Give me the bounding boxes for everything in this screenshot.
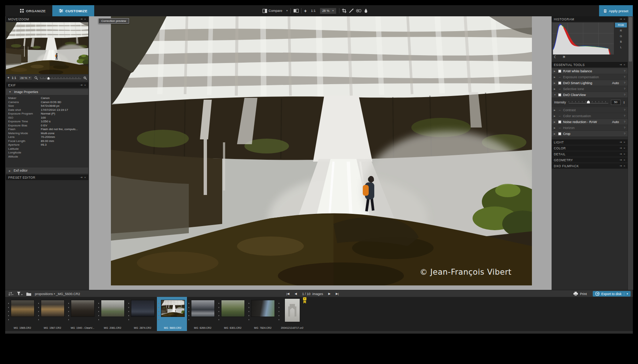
panel-close-icon[interactable]: ×	[624, 18, 625, 21]
expand-icon[interactable]: ▶	[554, 126, 556, 129]
histogram-panel-header[interactable]: HISTOGRAM ⇥×	[552, 16, 628, 22]
tool-row[interactable]: ▶‒Exposure compensation?	[552, 74, 628, 80]
histogram-plot[interactable]	[552, 23, 614, 54]
intensity-slider[interactable]	[569, 101, 608, 103]
expand-icon[interactable]: ▶	[554, 109, 556, 111]
help-icon[interactable]: ?	[624, 126, 625, 129]
filmstrip-thumbnail[interactable]: _MG_1567.CR2	[37, 297, 67, 331]
help-icon[interactable]: ?	[624, 108, 625, 112]
navigator-preview[interactable]	[6, 22, 88, 74]
filmstrip-thumbnail[interactable]: _MG_1940 - ClearV...	[67, 297, 97, 331]
panel-detach-icon[interactable]: ⇥	[80, 176, 83, 179]
filmstrip-thumbnail[interactable]: _MG_2081.CR2	[97, 297, 127, 331]
main-photo[interactable]: © Jean-François Vibert	[111, 16, 532, 285]
help-icon[interactable]: ?	[624, 120, 625, 123]
compare-dropdown-icon[interactable]: ▾	[286, 9, 288, 12]
filmstrip-thumbnail[interactable]: _MG_2874.CR2	[127, 297, 157, 331]
pan-tool-icon[interactable]: +	[7, 76, 9, 80]
movezoom-panel-header[interactable]: MOVE/ZOOM ⇥×	[6, 16, 88, 22]
panel-close-icon[interactable]: ×	[624, 165, 625, 168]
tool-row[interactable]: ▶‒Contrast?	[552, 107, 628, 113]
dust-tool-icon[interactable]	[364, 9, 368, 13]
highlight-clipping-icon[interactable]: ☀	[562, 55, 566, 59]
panel-close-icon[interactable]: ×	[624, 159, 625, 162]
essential-tools-panel-header[interactable]: ESSENTIAL TOOLS ⇥×	[552, 62, 628, 67]
spinner-down-icon[interactable]: ▼	[623, 102, 625, 104]
panel-close-icon[interactable]: ×	[624, 147, 625, 150]
exif-panel-header[interactable]: EXIF ⇥×	[6, 82, 88, 88]
tool-row[interactable]: ▶‒Horizon?	[552, 125, 628, 130]
navigator-zoom-select[interactable]: 28 % ▾	[19, 76, 32, 80]
slider-thumb-icon[interactable]	[47, 77, 50, 80]
panel-close-icon[interactable]: ×	[84, 176, 86, 179]
export-dropdown-icon[interactable]: ▾	[624, 292, 628, 295]
palette-header-detail[interactable]: DETAIL⇥×	[552, 151, 628, 157]
actual-size-button[interactable]: 1:1	[11, 76, 16, 80]
tool-row[interactable]: ▼DxO ClearView?	[552, 92, 628, 97]
panel-close-icon[interactable]: ×	[624, 141, 625, 144]
tool-row[interactable]: ▶RAW white balance?	[552, 68, 628, 74]
tool-row[interactable]: ▶‒Selective tone?	[552, 86, 628, 92]
tool-row[interactable]: ▶Noise reduction - RAWAuto?	[552, 119, 628, 125]
first-image-button[interactable]: |◀	[286, 292, 289, 295]
panel-detach-icon[interactable]: ⇥	[619, 165, 622, 168]
filmstrip-thumbnail[interactable]: _MG_5600.CR2	[157, 297, 187, 331]
exif-editor-section[interactable]: ▶ Exif editor	[6, 168, 88, 173]
histogram-channel-b[interactable]: B	[615, 39, 627, 44]
right-panel-scrollbar[interactable]	[628, 16, 633, 290]
checkbox-icon[interactable]	[558, 82, 561, 85]
spinner-icon[interactable]: ▲▼	[623, 101, 625, 104]
checkbox-icon[interactable]	[558, 132, 561, 135]
histogram-channel-l[interactable]: L	[615, 45, 627, 50]
redeye-tool-icon[interactable]	[356, 9, 361, 13]
checkbox-icon[interactable]	[558, 70, 561, 73]
histogram-channel-r[interactable]: R	[615, 28, 627, 33]
panel-detach-icon[interactable]: ⇥	[619, 153, 622, 156]
preset-editor-panel-header[interactable]: PRESET EDITOR ⇥×	[6, 175, 88, 180]
expand-icon[interactable]: ▶	[554, 132, 556, 135]
export-to-disk-button[interactable]: Export to disk ▾	[593, 291, 631, 297]
expand-icon[interactable]: ▶	[554, 82, 556, 84]
filmstrip-thumbnail[interactable]: _MG_7824.CR2	[247, 297, 277, 331]
scrollbar-thumb[interactable]	[629, 17, 632, 62]
collapse-icon[interactable]: ▼	[554, 94, 556, 96]
apply-preset-button[interactable]: Apply preset	[599, 5, 633, 16]
filmstrip-thumbnail[interactable]: _MG_6269.CR2	[187, 297, 217, 331]
checkbox-icon[interactable]: ‒	[558, 115, 561, 118]
expand-icon[interactable]: ▶	[554, 115, 556, 117]
crop-tool-icon[interactable]	[342, 9, 346, 13]
filmstrip-thumbnail[interactable]: _MG_6301.CR2	[217, 297, 247, 331]
navigator-zoom-slider[interactable]	[40, 77, 81, 79]
tool-row[interactable]: ▶DxO Smart LightingAuto?	[552, 80, 628, 86]
shadow-clipping-icon[interactable]: ☾	[554, 55, 557, 59]
filmstrip-thumbnail[interactable]: 20041213-8717.cr2	[277, 297, 307, 331]
actual-size-button[interactable]: 1:1	[309, 8, 317, 13]
tool-row[interactable]: ▶‒Color accentuation?	[552, 113, 628, 119]
folder-icon[interactable]	[26, 292, 31, 296]
filmstrip-thumbnail[interactable]: _MG_1565.CR2	[7, 297, 37, 331]
checkbox-icon[interactable]	[558, 120, 561, 123]
panel-detach-icon[interactable]: ⇥	[619, 141, 622, 144]
panel-detach-icon[interactable]: ⇥	[619, 18, 622, 21]
checkbox-icon[interactable]	[558, 93, 561, 96]
last-image-button[interactable]: ▶|	[336, 292, 339, 295]
intensity-value[interactable]: 50	[611, 100, 621, 105]
expand-icon[interactable]: ▶	[554, 120, 556, 123]
help-icon[interactable]: ?	[624, 87, 625, 90]
expand-icon[interactable]: ▶	[554, 76, 556, 78]
tab-organize[interactable]: ORGANIZE	[13, 5, 52, 16]
expand-icon[interactable]: ▶	[554, 70, 556, 72]
palette-header-dxo-filmpack[interactable]: DXO FILMPACK⇥×	[552, 163, 628, 169]
image-properties-section[interactable]: ▼ Image Properties	[6, 89, 88, 95]
split-view-icon[interactable]	[293, 9, 299, 13]
histogram-channel-rgb[interactable]: RGB	[615, 23, 627, 27]
pan-tool-icon[interactable]: +	[304, 8, 307, 14]
previous-image-button[interactable]: ◀	[295, 292, 297, 295]
help-icon[interactable]: ?	[624, 114, 625, 118]
histogram-channel-g[interactable]: G	[615, 34, 627, 39]
help-icon[interactable]: ?	[624, 69, 625, 73]
slider-thumb-icon[interactable]	[587, 100, 590, 103]
zoom-level-select[interactable]: 28 % ▾	[320, 8, 336, 14]
palette-header-light[interactable]: LIGHT⇥×	[552, 139, 628, 145]
help-icon[interactable]: ?	[624, 93, 625, 96]
